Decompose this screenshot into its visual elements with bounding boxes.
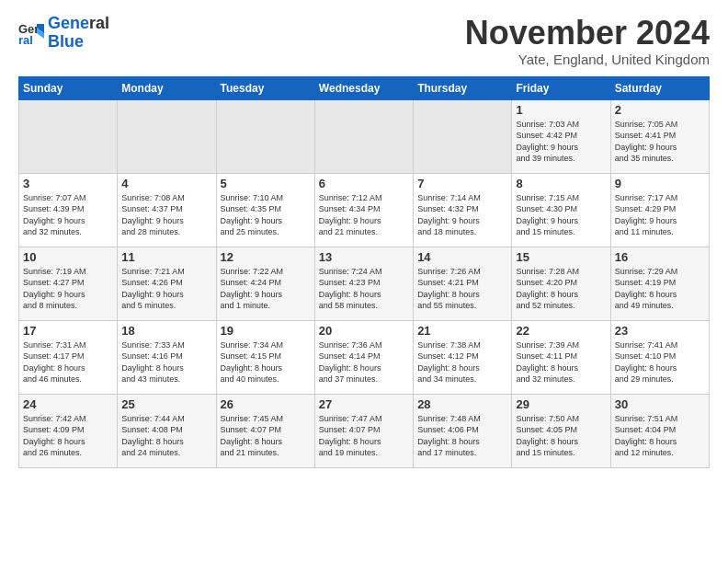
calendar-cell: 28Sunrise: 7:48 AM Sunset: 4:06 PM Dayli… xyxy=(414,394,512,467)
day-number: 18 xyxy=(121,324,211,338)
day-info: Sunrise: 7:51 AM Sunset: 4:04 PM Dayligh… xyxy=(615,413,705,459)
day-number: 24 xyxy=(23,397,113,411)
day-number: 27 xyxy=(319,397,409,411)
day-number: 17 xyxy=(23,324,113,338)
calendar-cell: 22Sunrise: 7:39 AM Sunset: 4:11 PM Dayli… xyxy=(512,320,610,394)
svg-text:ral: ral xyxy=(18,33,33,46)
day-info: Sunrise: 7:45 AM Sunset: 4:07 PM Dayligh… xyxy=(221,413,311,459)
calendar-cell: 18Sunrise: 7:33 AM Sunset: 4:16 PM Dayli… xyxy=(118,320,216,394)
day-info: Sunrise: 7:07 AM Sunset: 4:39 PM Dayligh… xyxy=(23,192,113,238)
month-title: November 2024 xyxy=(465,15,710,52)
day-number: 29 xyxy=(516,397,606,411)
day-info: Sunrise: 7:15 AM Sunset: 4:30 PM Dayligh… xyxy=(516,192,606,238)
day-number: 23 xyxy=(615,324,705,338)
day-number: 13 xyxy=(319,250,409,264)
day-info: Sunrise: 7:29 AM Sunset: 4:19 PM Dayligh… xyxy=(615,266,705,312)
header-sunday: Sunday xyxy=(19,76,118,99)
day-number: 4 xyxy=(121,177,211,190)
calendar-week-1: 1Sunrise: 7:03 AM Sunset: 4:42 PM Daylig… xyxy=(19,99,710,173)
day-number: 8 xyxy=(516,177,606,190)
logo-text-line2: Blue xyxy=(48,33,109,52)
title-area: November 2024 Yate, England, United King… xyxy=(465,15,710,67)
calendar-cell: 19Sunrise: 7:34 AM Sunset: 4:15 PM Dayli… xyxy=(216,320,314,394)
calendar-cell: 1Sunrise: 7:03 AM Sunset: 4:42 PM Daylig… xyxy=(512,99,610,173)
day-number: 30 xyxy=(615,397,705,411)
header-saturday: Saturday xyxy=(610,76,709,99)
day-info: Sunrise: 7:42 AM Sunset: 4:09 PM Dayligh… xyxy=(23,413,113,459)
location: Yate, England, United Kingdom xyxy=(465,52,710,67)
day-info: Sunrise: 7:36 AM Sunset: 4:14 PM Dayligh… xyxy=(319,339,409,385)
calendar-cell: 12Sunrise: 7:22 AM Sunset: 4:24 PM Dayli… xyxy=(216,247,314,320)
day-number: 12 xyxy=(221,250,311,264)
header-friday: Friday xyxy=(512,76,610,99)
day-number: 9 xyxy=(615,177,705,190)
day-info: Sunrise: 7:08 AM Sunset: 4:37 PM Dayligh… xyxy=(121,192,211,238)
day-info: Sunrise: 7:38 AM Sunset: 4:12 PM Dayligh… xyxy=(417,339,507,385)
calendar-cell: 3Sunrise: 7:07 AM Sunset: 4:39 PM Daylig… xyxy=(19,173,118,247)
calendar-cell: 30Sunrise: 7:51 AM Sunset: 4:04 PM Dayli… xyxy=(610,394,709,467)
day-number: 25 xyxy=(121,397,211,411)
calendar-cell: 27Sunrise: 7:47 AM Sunset: 4:07 PM Dayli… xyxy=(314,394,413,467)
calendar-cell: 26Sunrise: 7:45 AM Sunset: 4:07 PM Dayli… xyxy=(216,394,314,467)
day-number: 2 xyxy=(615,103,705,117)
day-number: 7 xyxy=(417,177,507,190)
day-number: 6 xyxy=(319,177,409,190)
day-info: Sunrise: 7:28 AM Sunset: 4:20 PM Dayligh… xyxy=(516,266,606,312)
day-number: 28 xyxy=(417,397,507,411)
day-number: 15 xyxy=(516,250,606,264)
calendar-cell: 24Sunrise: 7:42 AM Sunset: 4:09 PM Dayli… xyxy=(19,394,118,467)
calendar-week-2: 3Sunrise: 7:07 AM Sunset: 4:39 PM Daylig… xyxy=(19,173,710,247)
day-info: Sunrise: 7:47 AM Sunset: 4:07 PM Dayligh… xyxy=(319,413,409,459)
day-info: Sunrise: 7:14 AM Sunset: 4:32 PM Dayligh… xyxy=(417,192,507,238)
calendar-cell: 15Sunrise: 7:28 AM Sunset: 4:20 PM Dayli… xyxy=(512,247,610,320)
day-info: Sunrise: 7:10 AM Sunset: 4:35 PM Dayligh… xyxy=(221,192,311,238)
day-number: 3 xyxy=(23,177,113,190)
calendar-cell: 23Sunrise: 7:41 AM Sunset: 4:10 PM Dayli… xyxy=(610,320,709,394)
calendar-cell: 14Sunrise: 7:26 AM Sunset: 4:21 PM Dayli… xyxy=(414,247,512,320)
day-info: Sunrise: 7:19 AM Sunset: 4:27 PM Dayligh… xyxy=(23,266,113,312)
calendar-cell: 4Sunrise: 7:08 AM Sunset: 4:37 PM Daylig… xyxy=(118,173,216,247)
calendar-week-4: 17Sunrise: 7:31 AM Sunset: 4:17 PM Dayli… xyxy=(19,320,710,394)
day-info: Sunrise: 7:24 AM Sunset: 4:23 PM Dayligh… xyxy=(319,266,409,312)
logo-text-line1: General xyxy=(48,15,109,33)
header-monday: Monday xyxy=(118,76,216,99)
day-info: Sunrise: 7:50 AM Sunset: 4:05 PM Dayligh… xyxy=(516,413,606,459)
day-number: 5 xyxy=(221,177,311,190)
header-thursday: Thursday xyxy=(414,76,512,99)
calendar-cell xyxy=(118,99,216,173)
logo-icon: Gene ral xyxy=(18,20,44,46)
calendar-cell xyxy=(414,99,512,173)
calendar-cell xyxy=(314,99,413,173)
calendar-cell: 13Sunrise: 7:24 AM Sunset: 4:23 PM Dayli… xyxy=(314,247,413,320)
day-info: Sunrise: 7:33 AM Sunset: 4:16 PM Dayligh… xyxy=(121,339,211,385)
day-info: Sunrise: 7:34 AM Sunset: 4:15 PM Dayligh… xyxy=(221,339,311,385)
calendar-cell: 17Sunrise: 7:31 AM Sunset: 4:17 PM Dayli… xyxy=(19,320,118,394)
calendar-cell: 25Sunrise: 7:44 AM Sunset: 4:08 PM Dayli… xyxy=(118,394,216,467)
calendar-cell: 16Sunrise: 7:29 AM Sunset: 4:19 PM Dayli… xyxy=(610,247,709,320)
day-number: 22 xyxy=(516,324,606,338)
day-info: Sunrise: 7:39 AM Sunset: 4:11 PM Dayligh… xyxy=(516,339,606,385)
day-info: Sunrise: 7:12 AM Sunset: 4:34 PM Dayligh… xyxy=(319,192,409,238)
day-number: 10 xyxy=(23,250,113,264)
calendar-cell: 6Sunrise: 7:12 AM Sunset: 4:34 PM Daylig… xyxy=(314,173,413,247)
calendar-cell: 7Sunrise: 7:14 AM Sunset: 4:32 PM Daylig… xyxy=(414,173,512,247)
day-info: Sunrise: 7:44 AM Sunset: 4:08 PM Dayligh… xyxy=(121,413,211,459)
day-info: Sunrise: 7:48 AM Sunset: 4:06 PM Dayligh… xyxy=(417,413,507,459)
weekday-header-row: Sunday Monday Tuesday Wednesday Thursday… xyxy=(19,76,710,99)
header: Gene ral General Blue November 2024 Yate… xyxy=(18,15,710,67)
calendar-cell: 8Sunrise: 7:15 AM Sunset: 4:30 PM Daylig… xyxy=(512,173,610,247)
calendar-cell: 21Sunrise: 7:38 AM Sunset: 4:12 PM Dayli… xyxy=(414,320,512,394)
calendar-week-3: 10Sunrise: 7:19 AM Sunset: 4:27 PM Dayli… xyxy=(19,247,710,320)
header-wednesday: Wednesday xyxy=(314,76,413,99)
calendar-cell: 5Sunrise: 7:10 AM Sunset: 4:35 PM Daylig… xyxy=(216,173,314,247)
day-number: 14 xyxy=(417,250,507,264)
day-info: Sunrise: 7:22 AM Sunset: 4:24 PM Dayligh… xyxy=(221,266,311,312)
day-number: 20 xyxy=(319,324,409,338)
day-info: Sunrise: 7:31 AM Sunset: 4:17 PM Dayligh… xyxy=(23,339,113,385)
calendar-cell: 11Sunrise: 7:21 AM Sunset: 4:26 PM Dayli… xyxy=(118,247,216,320)
calendar-cell: 20Sunrise: 7:36 AM Sunset: 4:14 PM Dayli… xyxy=(314,320,413,394)
day-info: Sunrise: 7:03 AM Sunset: 4:42 PM Dayligh… xyxy=(516,119,606,165)
calendar-cell xyxy=(19,99,118,173)
day-info: Sunrise: 7:21 AM Sunset: 4:26 PM Dayligh… xyxy=(121,266,211,312)
calendar-cell: 9Sunrise: 7:17 AM Sunset: 4:29 PM Daylig… xyxy=(610,173,709,247)
